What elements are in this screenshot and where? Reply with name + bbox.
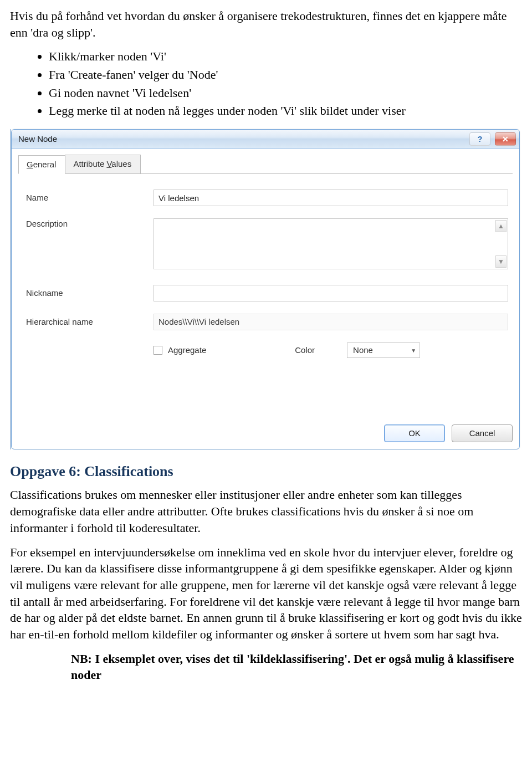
new-node-dialog: New Node ? ✕ General Attribute Values — [11, 129, 520, 449]
color-dropdown[interactable]: None ▼ — [347, 342, 420, 358]
section6-heading: Oppgave 6: Classifications — [10, 462, 522, 481]
tab-general-mnemonic: G — [27, 160, 33, 169]
steps-list: Klikk/marker noden 'Vi' Fra 'Create-fane… — [33, 48, 522, 119]
intro-paragraph: Hvis du på forhånd vet hvordan du ønsker… — [10, 8, 522, 40]
section6-p2: For eksempel en intervjuundersøkelse om … — [10, 544, 522, 643]
close-button[interactable]: ✕ — [495, 132, 516, 146]
hierarchical-name-value: Nodes\\Vi\\Vi ledelsen — [154, 314, 508, 330]
tab-attribute-values[interactable]: Attribute Values — [65, 155, 141, 173]
help-button[interactable]: ? — [469, 132, 490, 146]
description-field[interactable]: ▲ ▼ — [154, 218, 508, 269]
close-icon: ✕ — [502, 135, 509, 143]
scroll-up-icon[interactable]: ▲ — [495, 220, 507, 232]
tab-strip: General Attribute Values — [18, 155, 513, 174]
tab-attr-pre: Attribute — [73, 159, 106, 168]
nickname-field[interactable] — [154, 285, 508, 301]
color-label: Color — [295, 345, 315, 356]
aggregate-checkbox[interactable] — [154, 346, 162, 355]
aggregate-label: Aggregate — [168, 345, 206, 356]
tab-general-rest: eneral — [33, 160, 57, 169]
description-label: Description — [26, 218, 154, 229]
dialog-titlebar[interactable]: New Node ? ✕ — [12, 130, 519, 149]
hierarchical-name-label: Hierarchical name — [26, 316, 154, 328]
nickname-label: Nickname — [26, 288, 154, 299]
tab-attr-mnemonic: V — [106, 159, 111, 168]
dialog-screenshot: New Node ? ✕ General Attribute Values — [10, 129, 522, 449]
step-item: Klikk/marker noden 'Vi' — [49, 48, 522, 65]
name-field[interactable] — [154, 190, 508, 206]
section6-note: NB: I eksemplet over, vises det til 'kil… — [71, 651, 522, 683]
step-item: Fra 'Create-fanen' velger du 'Node' — [49, 67, 522, 83]
section6-p1: Classifications brukes om mennesker elle… — [10, 487, 522, 536]
help-icon: ? — [478, 135, 483, 143]
tab-attr-rest: alues — [111, 159, 131, 168]
name-label: Name — [26, 192, 154, 203]
steps-block: Klikk/marker noden 'Vi' Fra 'Create-fane… — [33, 48, 522, 119]
dialog-title: New Node — [18, 134, 57, 145]
step-item: Legg merke til at noden nå legges under … — [49, 103, 522, 119]
tab-general[interactable]: General — [18, 155, 65, 174]
cancel-button[interactable]: Cancel — [452, 424, 513, 442]
ok-button[interactable]: OK — [384, 424, 445, 442]
chevron-down-icon: ▼ — [411, 347, 416, 355]
color-dropdown-value: None — [353, 345, 373, 356]
scroll-down-icon[interactable]: ▼ — [495, 255, 507, 268]
step-item: Gi noden navnet 'Vi ledelsen' — [49, 85, 522, 101]
